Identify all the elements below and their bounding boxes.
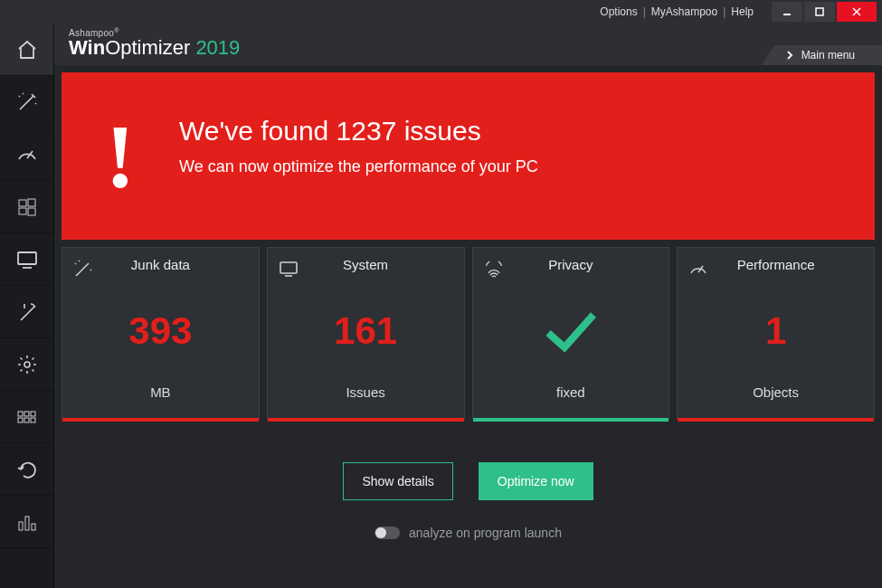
svg-rect-11	[18, 412, 23, 416]
gauge-icon	[15, 143, 39, 166]
analyze-toggle[interactable]	[375, 526, 400, 539]
sidebar-item-restore[interactable]	[0, 443, 53, 496]
brand: Ashampoo® WinOptimizer 2019	[54, 24, 240, 58]
card-unit: MB	[150, 384, 171, 418]
bar-chart-icon	[16, 511, 38, 533]
status-bar	[473, 418, 669, 422]
card-value: 1	[765, 309, 786, 353]
magic-wand-icon	[15, 90, 39, 114]
action-buttons: Show details Optimize now	[54, 462, 882, 500]
main-menu-label: Main menu	[801, 49, 855, 62]
main-menu-button[interactable]: Main menu	[774, 45, 882, 65]
gear-icon	[16, 354, 38, 375]
monitor-icon	[279, 259, 299, 282]
svg-rect-17	[19, 522, 23, 530]
maximize-button[interactable]	[804, 2, 835, 22]
hero-subline: We can now optimize the performance of y…	[179, 157, 538, 176]
card-junk-data[interactable]: Junk data 393 MB	[62, 247, 260, 419]
analyze-toggle-row: analyze on program launch	[54, 526, 882, 540]
titlebar-links: Options | MyAshampoo | Help	[600, 5, 754, 18]
svg-rect-7	[28, 208, 35, 215]
card-unit: Objects	[753, 384, 799, 418]
separator: |	[643, 5, 646, 18]
windows-icon	[17, 197, 37, 217]
hero-banner: ! We've found 1237 issues We can now opt…	[62, 72, 875, 240]
hero-headline: We've found 1237 issues	[179, 116, 538, 147]
minimize-button[interactable]	[772, 2, 802, 22]
card-privacy[interactable]: Privacy fixed	[472, 247, 670, 419]
home-icon	[16, 39, 38, 61]
card-title: Performance	[737, 257, 815, 272]
main-panel: Ashampoo® WinOptimizer 2019 Main menu ! …	[54, 24, 882, 588]
magic-wand-icon	[73, 259, 93, 282]
card-title: Junk data	[131, 257, 190, 272]
window-buttons	[770, 2, 877, 22]
card-title: Privacy	[548, 257, 593, 272]
myashampoo-link[interactable]: MyAshampoo	[651, 5, 717, 18]
gauge-icon	[688, 259, 708, 282]
sidebar-item-stats[interactable]	[0, 496, 53, 548]
sidebar-item-windows[interactable]	[0, 181, 53, 233]
svg-rect-19	[32, 524, 35, 530]
svg-rect-13	[31, 412, 35, 416]
alert-icon: !	[62, 72, 179, 240]
svg-rect-5	[28, 199, 35, 206]
close-button[interactable]	[837, 2, 877, 22]
sidebar	[0, 24, 54, 588]
sidebar-item-settings[interactable]	[0, 338, 53, 391]
sidebar-item-monitor[interactable]	[0, 233, 53, 286]
fingerprint-icon	[484, 259, 504, 282]
card-system[interactable]: System 161 Issues	[267, 247, 465, 419]
monitor-icon	[15, 248, 39, 271]
svg-rect-6	[19, 208, 26, 214]
analyze-toggle-label: analyze on program launch	[409, 526, 562, 540]
status-bar	[678, 418, 874, 422]
sidebar-item-modules[interactable]	[0, 391, 53, 443]
show-details-button[interactable]: Show details	[343, 462, 452, 500]
checkmark-icon	[539, 278, 602, 384]
tools-icon	[16, 301, 38, 323]
card-title: System	[343, 257, 388, 272]
status-bar	[268, 418, 464, 422]
sidebar-item-clean[interactable]	[0, 76, 53, 128]
sidebar-item-home[interactable]	[0, 24, 53, 76]
svg-rect-20	[280, 262, 297, 273]
brand-product: WinOptimizer 2019	[69, 38, 240, 58]
svg-rect-18	[25, 517, 29, 530]
svg-rect-1	[816, 8, 823, 15]
options-link[interactable]: Options	[600, 5, 637, 18]
titlebar: Options | MyAshampoo | Help	[0, 0, 882, 24]
svg-rect-16	[31, 418, 35, 422]
svg-rect-8	[18, 252, 36, 264]
separator: |	[723, 5, 726, 18]
card-unit: Issues	[346, 384, 384, 418]
card-value: 393	[128, 309, 192, 353]
card-unit: fixed	[556, 384, 585, 418]
header: Ashampoo® WinOptimizer 2019 Main menu	[54, 24, 882, 65]
help-link[interactable]: Help	[731, 5, 754, 18]
svg-rect-15	[24, 418, 29, 422]
grid-icon	[16, 406, 38, 428]
card-performance[interactable]: Performance 1 Objects	[677, 247, 875, 419]
card-value: 161	[334, 309, 397, 353]
status-bar	[62, 418, 259, 422]
sidebar-item-tools[interactable]	[0, 286, 53, 338]
svg-point-10	[24, 362, 30, 367]
svg-rect-12	[24, 412, 29, 416]
svg-rect-14	[18, 418, 23, 422]
cards-row: Junk data 393 MB System 161 Issues Priva…	[54, 240, 882, 426]
chevron-right-icon	[785, 51, 794, 60]
svg-rect-4	[19, 200, 26, 206]
undo-icon	[16, 459, 38, 480]
optimize-now-button[interactable]: Optimize now	[479, 462, 593, 500]
sidebar-item-performance[interactable]	[0, 128, 53, 181]
